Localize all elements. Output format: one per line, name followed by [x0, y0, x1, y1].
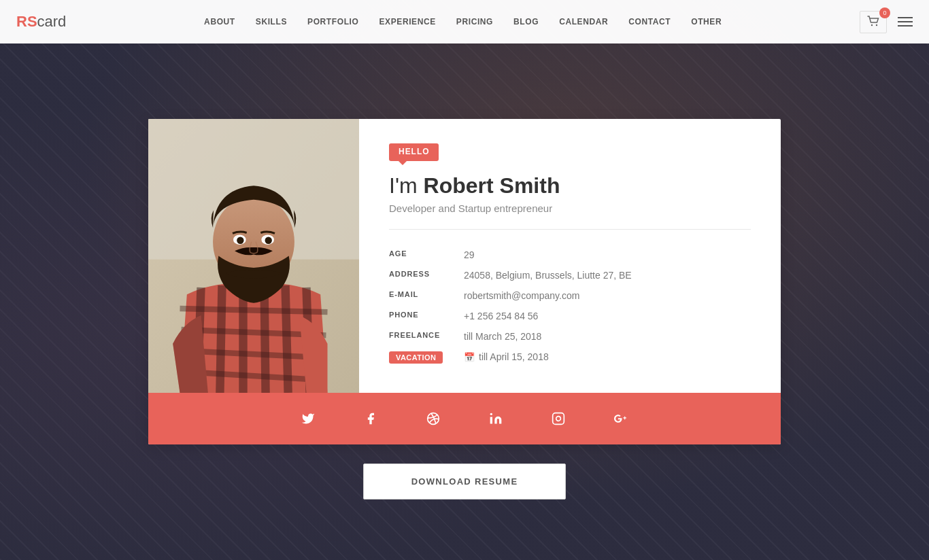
svg-point-18: [237, 237, 243, 244]
phone-value: +1 256 254 84 56: [464, 306, 751, 326]
card-info: HELLO I'm Robert Smith Developer and Sta…: [359, 119, 781, 393]
address-value: 24058, Belgium, Brussels, Liutte 27, BE: [464, 265, 751, 285]
twitter-icon: [301, 412, 315, 425]
calendar-icon: 📅: [464, 352, 475, 362]
navbar: RS card ABOUT SKILLS PORTFOLIO EXPERIENC…: [0, 0, 929, 43]
linkedin-link[interactable]: [485, 408, 507, 430]
email-value: robertsmith@company.com: [464, 285, 751, 306]
nav-links: ABOUT SKILLS PORTFOLIO EXPERIENCE PRICIN…: [204, 17, 722, 27]
logo-rs: RS: [16, 13, 37, 31]
nav-experience[interactable]: EXPERIENCE: [379, 17, 435, 27]
logo[interactable]: RS card: [16, 13, 66, 31]
googleplus-icon: [613, 412, 628, 425]
vacation-row: Vacation 📅 till April 15, 2018: [389, 347, 751, 368]
hamburger-button[interactable]: [898, 17, 913, 27]
nav-blog[interactable]: BLOG: [513, 17, 539, 27]
profile-photo: [148, 119, 359, 393]
social-bar: [148, 393, 781, 444]
profile-name: Robert Smith: [424, 173, 560, 198]
profile-card: HELLO I'm Robert Smith Developer and Sta…: [148, 119, 781, 444]
address-label: ADDRESS: [389, 265, 464, 285]
svg-point-0: [871, 24, 873, 25]
email-label: E-MAIL: [389, 285, 464, 306]
facebook-link[interactable]: [360, 408, 382, 430]
nav-portfolio[interactable]: PORTFOLIO: [307, 17, 358, 27]
phone-label: PHONE: [389, 306, 464, 326]
divider: [389, 229, 751, 230]
logo-card: card: [37, 13, 67, 31]
address-row: ADDRESS 24058, Belgium, Brussels, Liutte…: [389, 265, 751, 285]
hamburger-line3: [898, 25, 913, 27]
profile-intro: I'm: [389, 173, 424, 198]
facebook-icon: [364, 412, 377, 425]
cart-button[interactable]: 0: [860, 11, 887, 33]
card-body: HELLO I'm Robert Smith Developer and Sta…: [148, 119, 781, 393]
cart-badge: 0: [879, 7, 890, 18]
freelance-value: till March 25, 2018: [464, 326, 751, 347]
hamburger-line2: [898, 21, 913, 22]
vacation-date-cell: 📅 till April 15, 2018: [464, 347, 751, 368]
download-section: DOWNLOAD RESUME: [363, 463, 567, 500]
freelance-row: FREELANCE till March 25, 2018: [389, 326, 751, 347]
info-table: AGE 29 ADDRESS 24058, Belgium, Brussels,…: [389, 245, 751, 368]
dribbble-icon: [426, 412, 440, 425]
age-row: AGE 29: [389, 245, 751, 265]
svg-rect-22: [553, 413, 564, 425]
hamburger-line1: [898, 17, 913, 18]
vacation-date: till April 15, 2018: [479, 351, 549, 362]
phone-row: PHONE +1 256 254 84 56: [389, 306, 751, 326]
page-wrapper: HELLO I'm Robert Smith Developer and Sta…: [0, 0, 929, 560]
hello-badge: HELLO: [389, 143, 439, 161]
nav-skills[interactable]: SKILLS: [256, 17, 287, 27]
nav-about[interactable]: ABOUT: [204, 17, 235, 27]
nav-contact[interactable]: CONTACT: [628, 17, 671, 27]
profile-subtitle: Developer and Startup entrepreneur: [389, 203, 751, 214]
vacation-badge: Vacation: [389, 351, 443, 364]
instagram-icon: [552, 412, 565, 425]
download-resume-button[interactable]: DOWNLOAD RESUME: [363, 463, 567, 500]
age-label: AGE: [389, 245, 464, 265]
linkedin-icon: [489, 412, 503, 425]
nav-calendar[interactable]: CALENDAR: [559, 17, 608, 27]
cart-icon: [867, 16, 879, 27]
nav-pricing[interactable]: PRICING: [456, 17, 493, 27]
twitter-link[interactable]: [297, 408, 319, 430]
svg-point-21: [490, 413, 492, 415]
nav-right: 0: [860, 11, 913, 33]
age-value: 29: [464, 245, 751, 265]
profile-title: I'm Robert Smith: [389, 173, 751, 198]
googleplus-link[interactable]: [610, 408, 632, 430]
vacation-cell: Vacation: [389, 347, 464, 368]
freelance-label: FREELANCE: [389, 326, 464, 347]
nav-other[interactable]: OTHER: [691, 17, 722, 27]
instagram-link[interactable]: [547, 408, 569, 430]
svg-point-1: [876, 24, 877, 25]
dribbble-link[interactable]: [422, 408, 444, 430]
svg-point-19: [265, 237, 272, 244]
svg-line-10: [180, 309, 328, 312]
email-row: E-MAIL robertsmith@company.com: [389, 285, 751, 306]
vacation-date-row: 📅 till April 15, 2018: [464, 351, 751, 362]
